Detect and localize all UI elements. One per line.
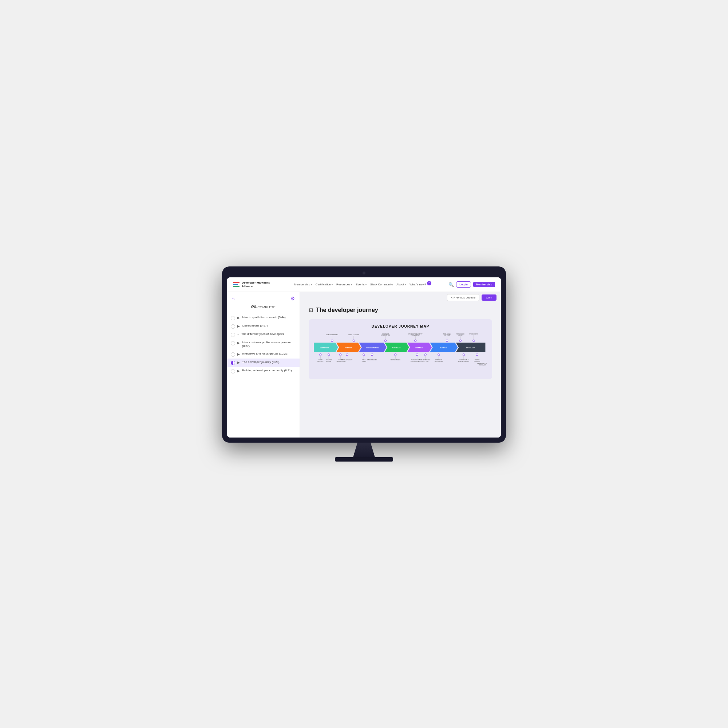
check-circle: [231, 341, 235, 346]
list-item[interactable]: ▶ Building a developer community (8:21): [227, 367, 300, 375]
video-icon: ▶: [237, 316, 240, 320]
main-content: < Previous Lecture Com ⊡ The developer j…: [300, 292, 501, 437]
next-button[interactable]: Com: [482, 294, 497, 301]
svg-text:TESTIMONIALS: TESTIMONIALS: [391, 359, 401, 361]
monitor-camera: [362, 272, 366, 274]
svg-text:CASE STUDIES: CASE STUDIES: [367, 359, 377, 361]
logo-icon: [233, 282, 240, 287]
check-circle: [231, 369, 235, 373]
svg-text:WORKSHOPS: WORKSHOPS: [469, 333, 478, 335]
nav-item-slack[interactable]: Slack Community: [370, 283, 393, 286]
list-item[interactable]: ≡ The different types of developers: [227, 330, 300, 339]
nav-item-about[interactable]: About ▾: [396, 283, 406, 286]
content-area: ⌂ ⚙ 0% COMPLETE ▶ Intro to qualitative r…: [227, 292, 501, 437]
sidebar-items: ▶ Intro to qualitative research (3:44) ▶…: [227, 312, 300, 437]
logo-bar-red: [233, 282, 240, 283]
nav-item-events[interactable]: Events ▾: [356, 283, 366, 286]
chevron-icon: ▾: [332, 283, 333, 286]
svg-text:WEBSITE: WEBSITE: [317, 361, 324, 362]
navbar: Developer Marketing Alliance Membership …: [227, 277, 501, 292]
svg-point-20: [384, 340, 386, 341]
svg-point-47: [424, 354, 426, 356]
svg-text:PROGRAM: PROGRAM: [479, 364, 486, 366]
list-item[interactable]: ▶ Observations (5:57): [227, 322, 300, 330]
svg-text:SUPPORT: SUPPORT: [422, 361, 429, 362]
chevron-icon: ▾: [366, 283, 367, 286]
svg-text:WORD-OF-MOUTH: WORD-OF-MOUTH: [341, 359, 353, 361]
lecture-body: ⊡ The developer journey DEVELOPER JOURNE…: [300, 303, 501, 387]
nav-item-certification[interactable]: Certification ▾: [316, 283, 333, 286]
nav-item-resources[interactable]: Resources ▾: [336, 283, 352, 286]
video-icon: ▶: [237, 341, 240, 345]
svg-point-45: [395, 354, 396, 356]
svg-point-43: [363, 354, 365, 356]
membership-button[interactable]: Membership: [473, 282, 495, 287]
svg-point-46: [416, 354, 418, 356]
login-button[interactable]: Log in: [456, 281, 471, 288]
svg-point-19: [353, 340, 355, 341]
sidebar-progress: 0% COMPLETE: [227, 304, 300, 312]
svg-point-21: [414, 340, 416, 341]
svg-point-18: [331, 340, 333, 341]
svg-text:BUILDING: BUILDING: [440, 347, 447, 349]
home-icon[interactable]: ⌂: [231, 295, 234, 301]
nav-item-whats-new[interactable]: What's new? 7: [410, 283, 431, 287]
list-item[interactable]: ▶ Ideal customer profile vs user persona…: [227, 339, 300, 350]
svg-point-42: [346, 354, 348, 356]
svg-text:ADVOCACY: ADVOCACY: [466, 347, 475, 349]
check-circle: [231, 324, 235, 329]
journey-map-title: DEVELOPER JOURNEY MAP: [314, 324, 487, 328]
lecture-title: ⊡ The developer journey: [309, 307, 492, 314]
svg-point-40: [327, 354, 329, 356]
svg-text:TRIALS: TRIALS: [361, 361, 366, 362]
check-circle-half: [231, 361, 235, 365]
chevron-icon: ▾: [351, 283, 352, 286]
journey-map-container: DEVELOPER JOURNEY MAP EMAIL MARKETING VI…: [309, 319, 492, 379]
nav-actions: 🔍 Log in Membership: [448, 281, 495, 288]
prev-lecture-button[interactable]: < Previous Lecture: [447, 294, 479, 301]
svg-text:VIDEO CONTENT: VIDEO CONTENT: [348, 334, 359, 336]
svg-point-23: [459, 340, 461, 341]
check-circle: [231, 316, 235, 320]
chevron-icon: ▾: [311, 283, 312, 286]
monitor-stand-neck: [353, 443, 375, 457]
svg-text:REVIEWS: REVIEWS: [474, 361, 480, 362]
svg-text:DOCUMENTATION: DOCUMENTATION: [411, 361, 422, 362]
video-icon: ▶: [237, 324, 240, 328]
list-item[interactable]: ▶ Interviews and focus groups (10:22): [227, 350, 300, 359]
notification-badge: 7: [427, 281, 431, 285]
svg-text:INSTALLATION: INSTALLATION: [411, 335, 420, 336]
nav-links: Membership ▾ Certification ▾ Resources ▾…: [281, 283, 444, 287]
monitor-body: Developer Marketing Alliance Membership …: [222, 266, 506, 443]
logo-bar-green: [233, 286, 240, 287]
logo-area: Developer Marketing Alliance: [233, 281, 277, 288]
list-item-active[interactable]: ▶ The developer journey (8:23): [227, 359, 300, 367]
svg-point-39: [320, 354, 321, 356]
lecture-nav-bar: < Previous Lecture Com: [300, 292, 501, 303]
svg-point-41: [339, 354, 341, 356]
svg-text:SUPPORT: SUPPORT: [444, 335, 450, 336]
monitor-screen: Developer Marketing Alliance Membership …: [227, 277, 501, 437]
search-button[interactable]: 🔍: [448, 282, 454, 287]
monitor-stand-base: [335, 457, 393, 462]
journey-map-svg: EMAIL MARKETING VIDEO CONTENT CONTRACT N…: [314, 333, 487, 373]
sidebar: ⌂ ⚙ 0% COMPLETE ▶ Intro to qualitative r…: [227, 292, 300, 437]
svg-text:PURCHASE: PURCHASE: [392, 347, 401, 349]
monitor-wrapper: Developer Marketing Alliance Membership …: [222, 266, 506, 462]
chevron-icon: ▾: [405, 283, 406, 286]
nav-item-membership[interactable]: Membership ▾: [294, 283, 312, 286]
svg-point-49: [463, 354, 465, 356]
list-item[interactable]: ▶ Intro to qualitative research (3:44): [227, 314, 300, 322]
svg-text:RESOURCES: RESOURCES: [434, 361, 444, 362]
text-icon: ≡: [237, 333, 239, 336]
svg-point-24: [473, 340, 475, 341]
svg-point-50: [476, 354, 478, 356]
svg-text:ADVERTISING: ADVERTISING: [337, 361, 346, 362]
video-icon: ▶: [237, 369, 240, 373]
svg-point-22: [446, 340, 448, 341]
video-icon: ▶: [237, 352, 240, 356]
svg-point-44: [371, 354, 373, 356]
svg-text:GUIDE: GUIDE: [458, 335, 463, 336]
settings-icon[interactable]: ⚙: [291, 295, 295, 301]
svg-text:NEGOTIATION: NEGOTIATION: [381, 335, 390, 336]
